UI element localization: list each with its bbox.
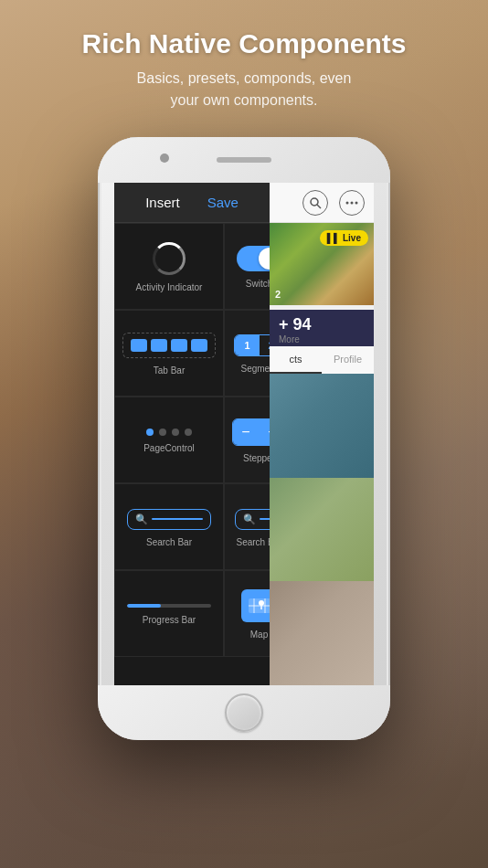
component-cell-search-bar-2[interactable]: 🔍 Search Bar xyxy=(224,483,270,570)
svg-point-5 xyxy=(351,201,354,204)
search-bar-1-label: Search Bar xyxy=(146,537,192,547)
more-label: More xyxy=(279,334,365,344)
switch-icon xyxy=(237,246,271,271)
subtitle-line1: Basics, presets, componds, even xyxy=(137,70,352,86)
search-button[interactable] xyxy=(302,190,328,216)
tab-item-3 xyxy=(171,339,187,352)
component-cell-stepper[interactable]: − + Stepper xyxy=(224,397,270,483)
panel-toolbar: Insert Save xyxy=(114,183,270,223)
dot-1 xyxy=(159,429,166,436)
page-control-icon xyxy=(146,429,192,436)
save-button[interactable]: Save xyxy=(207,195,239,210)
live-badge: ▌▌ Live xyxy=(320,230,368,246)
speaker xyxy=(217,157,271,163)
segment-label: Segment xyxy=(240,364,270,374)
switch-label: Switch xyxy=(246,279,270,289)
score-value: + 94 xyxy=(279,315,365,334)
dot-2 xyxy=(172,429,179,436)
right-tab-profile[interactable]: Profile xyxy=(322,346,374,374)
component-cell-map[interactable]: Map xyxy=(224,570,270,657)
search-icon-1: 🔍 xyxy=(135,513,148,525)
insert-tab[interactable]: Insert xyxy=(145,195,180,210)
stepper-minus: − xyxy=(233,419,259,445)
live-label: Live xyxy=(343,233,361,243)
svg-point-2 xyxy=(311,198,318,206)
tab-item-1 xyxy=(131,339,147,352)
stepper-plus: + xyxy=(260,419,270,445)
dot-3 xyxy=(185,429,192,436)
more-options-button[interactable] xyxy=(339,190,365,216)
component-cell-activity-indicator[interactable]: Activity Indicator xyxy=(114,223,224,310)
search-bar-line-2 xyxy=(260,518,270,520)
progress-bar-icon xyxy=(127,604,211,608)
stepper-label: Stepper xyxy=(243,453,270,463)
right-content: ▌▌ Live 2 + 94 More cts Profile xyxy=(270,223,374,685)
segment-icon: 1 2 xyxy=(234,334,270,356)
search-bar-2-icon: 🔍 xyxy=(235,509,270,530)
number-badge: 2 xyxy=(275,289,281,300)
component-cell-page-control[interactable]: PageControl xyxy=(114,397,224,483)
map-label: Map xyxy=(250,630,268,640)
phone-device: Insert Save Activity Indicator xyxy=(98,137,390,740)
switch-knob xyxy=(259,248,271,270)
photo-1 xyxy=(270,374,374,478)
search-bar-2-label: Search Bar xyxy=(236,537,270,547)
component-grid: Activity Indicator Switch xyxy=(114,223,270,657)
subtitle-line2: your own components. xyxy=(171,92,318,108)
component-cell-progress-bar[interactable]: Progress Bar xyxy=(114,570,224,657)
svg-point-4 xyxy=(346,201,349,204)
tab-bar-icon xyxy=(122,333,216,358)
phone-screen: Insert Save Activity Indicator xyxy=(114,183,374,685)
progress-fill xyxy=(127,604,161,608)
phone-bottom xyxy=(98,685,390,740)
phone-top xyxy=(98,137,390,183)
tab-bar-label: Tab Bar xyxy=(154,365,185,376)
svg-point-1 xyxy=(259,600,264,606)
tab-item-2 xyxy=(151,339,167,352)
segment-item-1: 1 xyxy=(235,335,259,355)
page-control-label: PageControl xyxy=(143,443,195,453)
activity-indicator-label: Activity Indicator xyxy=(136,282,203,292)
component-cell-tab-bar[interactable]: Tab Bar xyxy=(114,310,224,397)
live-icon: ▌▌ xyxy=(327,233,340,243)
tab-item-4 xyxy=(191,339,207,352)
svg-point-6 xyxy=(355,201,358,204)
search-bar-line-1 xyxy=(152,518,203,520)
right-tab-cts[interactable]: cts xyxy=(270,346,322,374)
component-cell-segment[interactable]: 1 2 Segment xyxy=(224,310,270,397)
more-icon xyxy=(345,201,358,205)
right-top-bar xyxy=(270,183,374,223)
stepper-icon: − + xyxy=(232,418,270,446)
hero-image: ▌▌ Live 2 xyxy=(270,223,374,305)
front-camera-icon xyxy=(160,153,169,163)
component-list-panel: Insert Save Activity Indicator xyxy=(114,183,270,685)
search-icon-2: 🔍 xyxy=(243,513,256,525)
svg-line-3 xyxy=(317,205,321,208)
activity-indicator-icon xyxy=(153,242,186,275)
score-area: + 94 More xyxy=(270,310,374,350)
right-tab-nav: cts Profile xyxy=(270,346,374,375)
dot-active xyxy=(146,429,154,436)
main-title: Rich Native Components xyxy=(0,27,488,60)
photo-2 xyxy=(270,478,374,582)
segment-item-2: 2 xyxy=(260,335,271,355)
right-panel: ▌▌ Live 2 + 94 More cts Profile xyxy=(270,183,374,685)
component-cell-search-bar-1[interactable]: 🔍 Search Bar xyxy=(114,483,224,570)
search-icon xyxy=(309,196,322,209)
search-bar-1-icon: 🔍 xyxy=(127,509,211,530)
home-button[interactable] xyxy=(225,693,263,732)
map-icon xyxy=(241,589,271,622)
map-svg xyxy=(247,593,271,619)
photo-3 xyxy=(270,581,374,685)
header-section: Rich Native Components Basics, presets, … xyxy=(0,0,488,111)
progress-bar-label: Progress Bar xyxy=(143,615,196,625)
phone-outer-shell: Insert Save Activity Indicator xyxy=(98,137,390,740)
component-cell-switch[interactable]: Switch xyxy=(224,223,270,310)
photo-grid xyxy=(270,374,374,685)
spinner-ring xyxy=(153,242,186,275)
subtitle: Basics, presets, componds, even your own… xyxy=(0,68,488,111)
